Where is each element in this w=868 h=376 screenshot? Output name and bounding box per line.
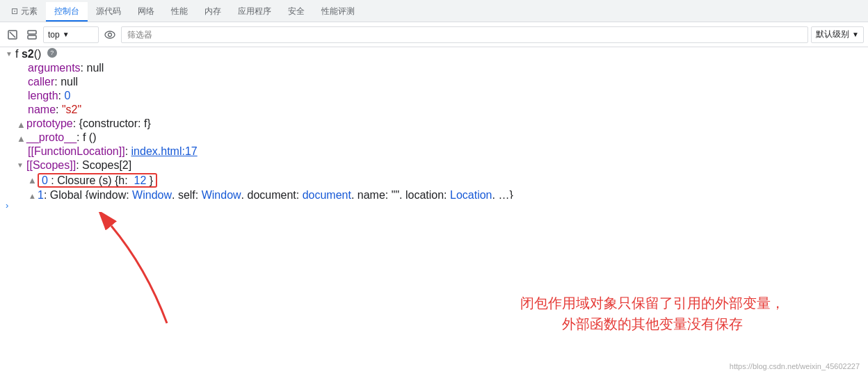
main-container: ⊡ 元素 控制台 源代码 网络 性能 内存 应用程序 安全 性能评测 [0,0,868,376]
prop-arguments: arguments : null [0,61,868,75]
console-output: ▼ f s2 () ? arguments : null caller : nu… [0,47,868,199]
function-header-line: ▼ f s2 () ? [0,47,868,61]
tab-security[interactable]: 安全 [280,2,313,22]
annotation-area: 闭包作用域对象只保留了引用的外部变量， 外部函数的其他变量没有保存 https:… [0,212,868,377]
svg-line-1 [10,32,15,38]
prototype-expand-arrow[interactable]: ▶ [15,120,27,128]
log-points-button[interactable] [102,26,118,43]
tab-audits[interactable]: 性能评测 [313,2,363,22]
log-level-selector[interactable]: 默认级别 ▼ [811,26,864,43]
svg-point-5 [108,33,112,36]
clear-console-button[interactable] [4,26,21,43]
prop-name: name : "s2" [0,103,868,117]
expand-arrow[interactable]: ▼ [6,48,14,60]
tab-console[interactable]: 控制台 [46,2,88,22]
scope-closure-line: ▶ 0 : Closure (s) {h: 12 } [0,172,868,188]
filter-input[interactable] [121,26,808,43]
watermark: https://blog.csdn.net/weixin_45602227 [730,362,860,370]
console-toolbar: top ▼ 默认级别 ▼ [0,22,868,47]
prop-caller: caller : null [0,75,868,89]
svg-rect-3 [28,35,36,39]
scope-1-expand-arrow[interactable]: ▶ [26,191,38,199]
svg-point-4 [105,31,115,38]
prop-proto: ▶ __proto__ : f () [0,131,868,145]
scope-global-line: ▶ 1 : Global {window: Window , self: Win… [0,188,868,199]
elements-icon: ⊡ [11,6,18,16]
tab-source[interactable]: 源代码 [88,2,129,22]
proto-expand-arrow[interactable]: ▶ [15,133,27,142]
tab-application[interactable]: 应用程序 [230,2,280,22]
prop-length: length : 0 [0,89,868,103]
tab-network[interactable]: 网络 [129,2,163,22]
prop-scopes: ▼ [[Scopes]] : Scopes[2] [0,158,868,172]
annotation-text: 闭包作用域对象只保留了引用的外部变量， 外部函数的其他变量没有保存 [520,293,785,334]
tab-memory[interactable]: 内存 [196,2,230,22]
tab-elements[interactable]: ⊡ 元素 [3,2,46,22]
console-input-line: › [0,199,868,212]
context-selector[interactable]: top ▼ [43,26,99,43]
level-dropdown-arrow-icon: ▼ [852,31,859,38]
console-panel: ▼ f s2 () ? arguments : null caller : nu… [0,47,868,212]
console-prompt-icon: › [6,200,8,211]
dropdown-arrow-icon: ▼ [63,31,70,38]
scopes-expand-arrow[interactable]: ▼ [17,159,25,172]
prop-prototype: ▶ prototype : {constructor: f} [0,117,868,131]
svg-rect-2 [28,31,36,34]
function-location-link[interactable]: index.html:17 [131,145,198,158]
console-input[interactable] [13,200,862,210]
scope-0-expand-arrow[interactable]: ▶ [26,175,38,183]
closure-highlight-box: 0 : Closure (s) {h: 12 } [38,173,157,188]
prop-function-location: [[FunctionLocation]] : index.html:17 [0,145,868,158]
tab-performance[interactable]: 性能 [163,2,196,22]
annotation-arrow [56,212,334,351]
top-nav: ⊡ 元素 控制台 源代码 网络 性能 内存 应用程序 安全 性能评测 [0,0,868,22]
toggle-drawer-button[interactable] [24,26,40,43]
info-icon[interactable]: ? [47,48,57,58]
